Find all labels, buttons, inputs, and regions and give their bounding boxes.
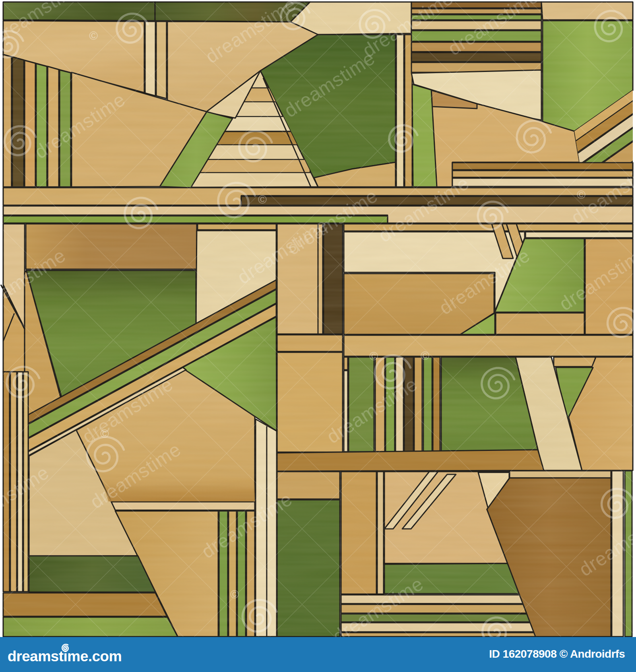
svg-text:©: © <box>577 188 586 201</box>
svg-text:©: © <box>230 588 239 601</box>
svg-text:©: © <box>421 349 429 362</box>
svg-text:©: © <box>369 350 378 363</box>
svg-text:ID 162078908 © Androidrfs: ID 162078908 © Androidrfs <box>489 648 625 660</box>
svg-text:©: © <box>100 427 109 440</box>
svg-text:©: © <box>89 29 98 42</box>
svg-text:©: © <box>258 193 267 206</box>
